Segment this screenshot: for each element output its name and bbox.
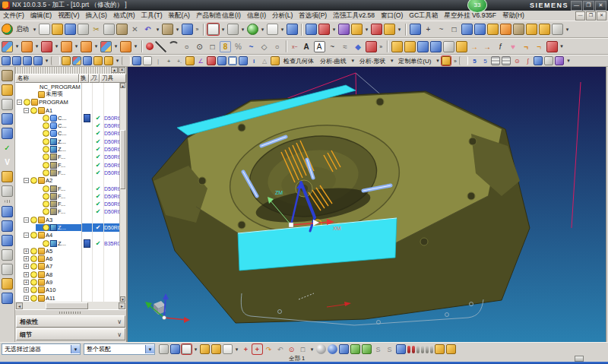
expand-toggle[interactable]: + bbox=[24, 248, 29, 254]
touch-handle-icon[interactable] bbox=[2, 70, 13, 81]
workpiece-icon[interactable] bbox=[21, 41, 33, 52]
pin-icon[interactable] bbox=[2, 293, 13, 304]
s-curve2-icon[interactable]: S bbox=[385, 344, 394, 354]
constraints-dropdown-arrow[interactable]: ▾ bbox=[331, 24, 337, 35]
delete-icon[interactable]: ✕ bbox=[129, 24, 141, 35]
expand-toggle[interactable]: − bbox=[24, 108, 29, 113]
trim-dropdown-arrow[interactable]: ▾ bbox=[133, 41, 138, 52]
title-bar[interactable]: NX 10.0.3.5 - 加工 - [10.prt （修改的） ] SIEME… bbox=[0, 0, 608, 11]
process-studio-icon[interactable] bbox=[2, 185, 13, 197]
check-geometry-button[interactable]: 检查几何体 bbox=[281, 56, 316, 65]
spline-icon[interactable]: ~ bbox=[327, 41, 338, 52]
history-palette-icon[interactable] bbox=[2, 249, 13, 261]
block-icon[interactable] bbox=[461, 24, 473, 35]
tree-row[interactable]: F... ✔ D50R6 bbox=[15, 192, 126, 200]
cavity-dropdown-arrow[interactable]: ▾ bbox=[54, 41, 59, 52]
web-browser-icon[interactable] bbox=[2, 235, 13, 246]
overflow-chevron[interactable]: » bbox=[195, 24, 200, 35]
sheet-icon[interactable] bbox=[443, 41, 454, 52]
system-materials-icon[interactable] bbox=[2, 278, 13, 290]
expand-toggle[interactable]: − bbox=[24, 178, 29, 183]
show-object-icon[interactable] bbox=[12, 56, 21, 65]
pin-gray3-icon[interactable] bbox=[426, 346, 429, 353]
new-file-icon[interactable] bbox=[39, 24, 50, 35]
corner2-icon[interactable]: ¬ bbox=[534, 41, 545, 52]
polygon-icon[interactable]: ◇ bbox=[258, 41, 270, 52]
cut-icon[interactable]: ✂ bbox=[90, 24, 102, 35]
stamp1-icon[interactable] bbox=[435, 344, 445, 354]
tree-row[interactable]: + A5 bbox=[15, 247, 126, 255]
formula-icon[interactable]: f bbox=[495, 41, 506, 52]
display-dropdown-arrow[interactable]: ▾ bbox=[44, 56, 49, 65]
paste-icon[interactable] bbox=[116, 24, 128, 35]
arc-icon[interactable] bbox=[168, 41, 179, 52]
studio-spline-icon[interactable]: ~ bbox=[245, 41, 257, 52]
tree-row[interactable]: 未用项 bbox=[15, 90, 126, 98]
reuse-library-icon[interactable] bbox=[2, 206, 13, 217]
tree-row[interactable]: Z... ✔ B35R0.8 bbox=[15, 239, 126, 247]
bar-icon[interactable] bbox=[396, 344, 406, 354]
menu-item[interactable]: GC工具箱 bbox=[406, 11, 441, 21]
menu-item[interactable]: 格式(R) bbox=[110, 11, 138, 21]
menu-item[interactable]: 编辑(E) bbox=[27, 11, 55, 21]
tree-row[interactable]: C... ✔ D50R6 bbox=[15, 114, 126, 122]
object-display-icon[interactable] bbox=[2, 56, 11, 65]
more-dropdown-arrow[interactable]: ▾ bbox=[559, 41, 565, 52]
mold-trim-icon[interactable] bbox=[120, 41, 131, 52]
menu-item[interactable]: 信息(I) bbox=[244, 11, 269, 21]
arrow1-icon[interactable]: → bbox=[469, 41, 480, 52]
dimension-dropdown-arrow[interactable]: ▾ bbox=[397, 24, 402, 35]
target-circle-icon[interactable]: ⊙ bbox=[512, 56, 521, 65]
chain-curve-icon[interactable]: 8 bbox=[220, 41, 231, 52]
draft-icon[interactable] bbox=[552, 24, 563, 35]
verify-toolpath-icon[interactable] bbox=[83, 56, 92, 65]
cursor-icon[interactable]: | bbox=[154, 56, 163, 65]
extrude-icon[interactable] bbox=[487, 24, 499, 35]
vertical-scroll-thumb[interactable] bbox=[120, 130, 125, 189]
tree-row[interactable]: + A6 bbox=[15, 255, 126, 263]
operation-navigator-icon[interactable] bbox=[2, 128, 13, 139]
tree-row[interactable]: C... ✔ D50R6 bbox=[15, 122, 126, 129]
insert-dropdown-arrow[interactable]: ▾ bbox=[113, 41, 119, 52]
datum-grid-icon[interactable] bbox=[410, 24, 421, 35]
orient-view-icon[interactable] bbox=[227, 24, 239, 35]
cylinder-icon[interactable] bbox=[474, 24, 486, 35]
separator[interactable] bbox=[405, 24, 407, 36]
core-cavity-icon[interactable] bbox=[61, 41, 72, 52]
command-finder-icon[interactable] bbox=[182, 24, 193, 35]
post-process-icon[interactable] bbox=[93, 56, 103, 65]
parting-surface-icon[interactable] bbox=[81, 41, 92, 52]
lattice-icon[interactable]: ◆ bbox=[353, 41, 364, 52]
repeat-command-icon[interactable] bbox=[162, 24, 173, 35]
measure-icon[interactable] bbox=[338, 24, 350, 35]
mold-insert-icon[interactable] bbox=[100, 41, 112, 52]
pin-red1-icon[interactable] bbox=[407, 346, 410, 353]
mold-wizard-icon[interactable] bbox=[2, 41, 13, 52]
separator[interactable] bbox=[122, 56, 131, 65]
sphere-blue-icon[interactable] bbox=[328, 344, 337, 354]
emboss-icon[interactable] bbox=[539, 24, 550, 35]
custom-units-button[interactable]: 定制单位(U) bbox=[396, 56, 433, 65]
panel-grip[interactable]: ▴ ✕ bbox=[15, 67, 126, 74]
render-dropdown-arrow[interactable]: ▾ bbox=[260, 24, 265, 35]
gold-part-icon[interactable] bbox=[456, 41, 467, 52]
copy-icon[interactable] bbox=[103, 24, 115, 35]
assembly-navigator-icon[interactable] bbox=[2, 84, 13, 96]
point-plus2-icon[interactable]: +. bbox=[175, 56, 184, 65]
text-icon[interactable]: A bbox=[301, 41, 312, 52]
stamp2-icon[interactable] bbox=[446, 344, 456, 354]
immediate-hide-icon[interactable] bbox=[33, 56, 43, 65]
separator[interactable] bbox=[141, 40, 143, 52]
pocket-icon[interactable] bbox=[513, 24, 524, 35]
mid-point-icon[interactable]: ↶ bbox=[275, 344, 285, 354]
tree-row[interactable]: F... ✔ D50R6 bbox=[15, 169, 126, 176]
mdi-minimize-button[interactable]: — bbox=[575, 11, 585, 21]
visual-reports-icon[interactable]: V bbox=[2, 157, 13, 168]
pattern-feature-icon[interactable] bbox=[371, 24, 382, 35]
menu-item[interactable]: 浩强工具v2.58 bbox=[330, 11, 378, 21]
swap-model-icon[interactable] bbox=[391, 41, 403, 52]
sphere-gray-icon[interactable] bbox=[316, 344, 326, 354]
close-button[interactable]: ✕ bbox=[595, 1, 606, 11]
show-hide-icon[interactable] bbox=[287, 24, 298, 35]
analysis-shape-dropdown-arrow[interactable]: ▾ bbox=[389, 56, 394, 65]
